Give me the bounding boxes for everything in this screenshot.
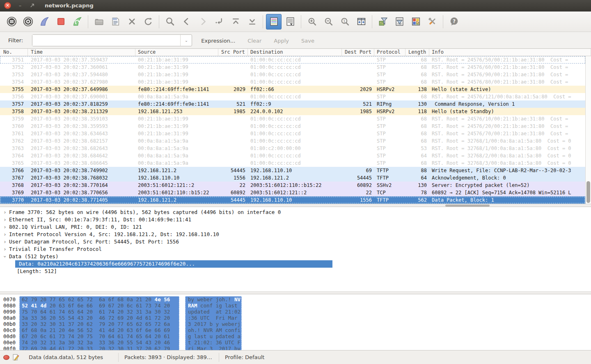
autoscroll-icon[interactable]: [282, 14, 298, 30]
filter-input[interactable]: [32, 35, 180, 46]
column-header-len[interactable]: Length: [405, 49, 429, 56]
packet-row[interactable]: 37642017-03-03 20:02:38.68464200:0a:8a:a…: [0, 152, 585, 159]
goto-bottom-icon[interactable]: [244, 14, 260, 30]
hex-row[interactable]: 00a03a 33 36 20 55 54 43 20 46 72 69 20 …: [0, 315, 591, 321]
hex-row[interactable]: 009075 70 64 61 74 65 64 20 61 74 20 32 …: [0, 309, 591, 315]
packet-row[interactable]: 37682017-03-03 20:02:38.7701642003:51:60…: [0, 182, 585, 189]
expander-closed-icon[interactable]: ›: [2, 209, 7, 216]
open-file-icon[interactable]: [91, 14, 107, 30]
packet-row[interactable]: 37602017-03-03 20:02:38.35959300:21:1b:a…: [0, 123, 585, 130]
packet-row[interactable]: 37672017-03-03 20:02:38.768032192.168.11…: [0, 174, 585, 182]
hex-row[interactable]: 00d067 20 6c 61 73 74 20 75 70 64 61 74 …: [0, 333, 591, 339]
detail-line[interactable]: ›Internet Protocol Version 4, Src: 192.1…: [0, 231, 591, 238]
pane-splitter-top[interactable]: [0, 204, 591, 207]
expander-closed-icon[interactable]: ›: [2, 231, 7, 238]
expander-closed-icon[interactable]: ›: [2, 246, 7, 253]
toolbar-separator: [88, 15, 88, 28]
preferences-icon[interactable]: [424, 14, 440, 30]
close-window-button[interactable]: ✕: [4, 2, 11, 9]
capture-stop-icon[interactable]: [53, 14, 69, 30]
column-header-src[interactable]: Source: [135, 49, 218, 56]
expander-closed-icon[interactable]: ›: [2, 223, 7, 231]
packet-row[interactable]: 37662017-03-03 20:02:38.749902192.168.12…: [0, 167, 585, 174]
expander-open-icon[interactable]: ›: [1, 254, 9, 259]
close-file-icon[interactable]: [124, 14, 140, 30]
save-file-icon[interactable]: [108, 14, 123, 30]
capture-start-icon[interactable]: [37, 14, 52, 30]
packet-row[interactable]: 37632017-03-03 20:02:38.68264300:0a:8a:a…: [0, 145, 585, 152]
coloring-rules-icon[interactable]: [408, 14, 424, 30]
capture-options-icon[interactable]: [20, 14, 36, 30]
column-header-sport[interactable]: Src Port: [218, 49, 248, 56]
packet-row[interactable]: 37512017-03-03 20:02:37.35943700:21:1b:a…: [0, 56, 585, 64]
capture-restart-icon[interactable]: [69, 14, 85, 30]
packet-cell-src: 00:0a:8a:a1:5a:9a: [135, 145, 218, 152]
zoom-out-icon[interactable]: [321, 14, 336, 30]
packet-row[interactable]: 37692017-03-03 20:02:38.7706562003:51:60…: [0, 189, 585, 196]
vertical-scrollbar[interactable]: [585, 56, 591, 204]
detail-line[interactable]: ›Data (512 bytes): [0, 253, 591, 260]
detail-line[interactable]: ›Frame 3770: 562 bytes on wire (4496 bit…: [0, 209, 591, 216]
resize-columns-icon[interactable]: [353, 14, 369, 30]
detail-line[interactable]: ›Ethernet II, Src: 00:1e:7a:79:3f:11, Ds…: [0, 216, 591, 223]
packet-row[interactable]: 37542017-03-03 20:02:37.62798000:21:1b:a…: [0, 78, 585, 86]
forward-icon[interactable]: [195, 14, 211, 30]
packet-row[interactable]: 37532017-03-03 20:02:37.59448000:21:1b:a…: [0, 71, 585, 78]
packet-row[interactable]: 37702017-03-03 20:02:38.771405192.168.12…: [0, 196, 585, 204]
detail-line[interactable]: ›User Datagram Protocol, Src Port: 54445…: [0, 238, 591, 246]
expander-closed-icon[interactable]: ›: [2, 238, 7, 246]
pane-splitter-bottom[interactable]: [0, 291, 591, 294]
reload-icon[interactable]: [140, 14, 156, 30]
column-header-dst[interactable]: Destination: [248, 49, 342, 56]
expander-closed-icon[interactable]: ›: [2, 216, 7, 223]
filter-save-button[interactable]: Save: [301, 38, 314, 44]
packet-row[interactable]: 37582017-03-03 20:02:38.211329192.168.12…: [0, 108, 585, 115]
packet-row[interactable]: 37652017-03-03 20:02:38.68664500:0a:8a:a…: [0, 159, 585, 167]
filter-clear-button[interactable]: Clear: [247, 38, 261, 44]
packet-row[interactable]: 37622017-03-03 20:02:38.68215700:0a:8a:a…: [0, 137, 585, 145]
detail-line[interactable]: ›Trivial File Transfer Protocol: [0, 246, 591, 253]
detail-line[interactable]: Data: 0a210a21204c61737420636f6e66696775…: [0, 260, 591, 268]
packet-row[interactable]: 37562017-03-03 20:02:37.69000100:0a:8a:a…: [0, 93, 585, 100]
hex-row[interactable]: 00f072 69 20 4d 61 72 20 33 20 32 30 31 …: [0, 346, 591, 350]
goto-top-icon[interactable]: [228, 14, 243, 30]
packet-row[interactable]: 37612017-03-03 20:02:38.63464300:21:1b:a…: [0, 130, 585, 137]
display-filter-icon[interactable]: [392, 14, 407, 30]
zoom-in-icon[interactable]: [304, 14, 320, 30]
back-icon[interactable]: [179, 14, 194, 30]
column-header-info[interactable]: Info: [429, 49, 591, 56]
expert-info-icon[interactable]: [3, 355, 9, 360]
column-header-no[interactable]: No.: [0, 49, 28, 56]
column-header-time[interactable]: Time: [28, 49, 135, 56]
hex-row[interactable]: 00c06f 68 0a 21 20 4e 56 52 41 4d 20 63 …: [0, 327, 591, 333]
find-icon[interactable]: [162, 14, 178, 30]
interfaces-list-icon[interactable]: [4, 14, 19, 30]
hex-row[interactable]: 00b033 20 32 30 31 37 20 62 79 20 77 65 …: [0, 321, 591, 327]
help-icon[interactable]: ?: [446, 14, 462, 30]
horizontal-scrollbar-thumb[interactable]: [445, 205, 490, 207]
capture-comment-icon[interactable]: [12, 354, 19, 361]
status-profile[interactable]: Profile: Default: [219, 354, 270, 360]
column-header-proto[interactable]: Protocol: [374, 49, 405, 56]
packet-row[interactable]: 37522017-03-03 20:02:37.36006100:21:1b:a…: [0, 64, 585, 71]
scrollbar-thumb[interactable]: [586, 181, 590, 203]
detail-line[interactable]: [Length: 512]: [0, 268, 591, 275]
hex-row[interactable]: 00e074 20 32 31 3a 30 32 3a 33 36 20 55 …: [0, 339, 591, 346]
goto-packet-icon[interactable]: [211, 14, 227, 30]
packet-row[interactable]: 37592017-03-03 20:02:38.35910300:21:1b:a…: [0, 115, 585, 123]
packet-cell-src: 00:21:1b:ae:31:99: [135, 71, 218, 78]
capture-filter-icon[interactable]: [375, 14, 391, 30]
hex-row[interactable]: 008052 41 4d 20 63 6f 6e 66 69 67 20 6c …: [0, 303, 591, 309]
maximize-window-button[interactable]: [28, 2, 36, 9]
filter-dropdown-button[interactable]: ⌄: [180, 35, 192, 46]
filter-expression-button[interactable]: Expression...: [201, 38, 235, 44]
colorize-icon[interactable]: [266, 14, 282, 30]
hex-row[interactable]: 007062 79 20 77 65 62 65 72 6a 6f 68 0a …: [0, 296, 591, 303]
column-header-dport[interactable]: Dest Port: [342, 49, 374, 56]
zoom-100-icon[interactable]: 1: [337, 14, 353, 30]
minimize-window-button[interactable]: –: [16, 2, 24, 9]
packet-row[interactable]: 37572017-03-03 20:02:37.818259fe80::214:…: [0, 100, 585, 108]
filter-apply-button[interactable]: Apply: [274, 38, 289, 44]
packet-row[interactable]: 37552017-03-03 20:02:37.649986fe80::214:…: [0, 86, 585, 93]
detail-line[interactable]: ›802.1Q Virtual LAN, PRI: 0, DEI: 0, ID:…: [0, 223, 591, 231]
